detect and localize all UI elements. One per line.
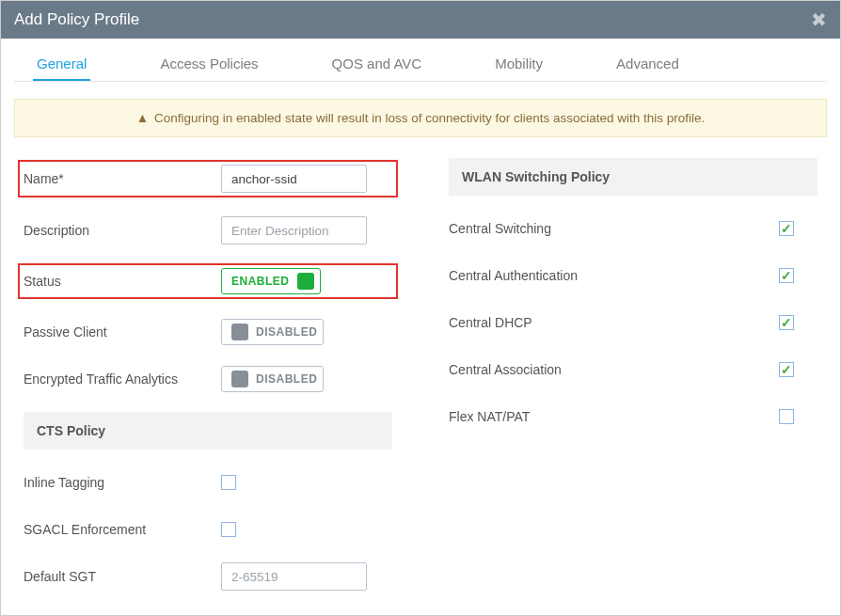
eta-toggle-text: DISABLED — [256, 372, 317, 386]
passive-client-toggle[interactable]: DISABLED — [221, 319, 324, 345]
central-auth-label: Central Authentication — [449, 268, 637, 283]
status-label: Status — [24, 274, 221, 289]
tab-general[interactable]: General — [33, 46, 90, 81]
eta-label: Encrypted Traffic Analytics — [24, 371, 221, 387]
toggle-knob-icon — [231, 371, 248, 387]
inline-tagging-row: Inline Tagging — [24, 468, 392, 497]
central-assoc-row: Central Association — [449, 355, 817, 384]
passive-client-toggle-text: DISABLED — [256, 325, 317, 339]
description-row: Description — [24, 216, 392, 245]
toggle-knob-icon — [297, 273, 314, 290]
close-icon[interactable]: ✖ — [811, 8, 827, 31]
tab-access-policies[interactable]: Access Policies — [156, 46, 262, 81]
modal-body: General Access Policies QOS and AVC Mobi… — [1, 39, 840, 616]
inline-tagging-label: Inline Tagging — [24, 475, 221, 490]
name-input[interactable] — [221, 165, 367, 193]
flex-nat-label: Flex NAT/PAT — [449, 409, 637, 424]
flex-nat-row: Flex NAT/PAT — [449, 403, 817, 431]
central-assoc-checkbox[interactable] — [779, 362, 794, 377]
name-label: Name* — [24, 171, 221, 186]
central-dhcp-checkbox[interactable] — [779, 315, 794, 330]
warning-icon: ▲ — [136, 111, 149, 125]
form-columns: Name* Description Status ENABLED Passive… — [14, 160, 827, 609]
status-row: Status ENABLED — [18, 263, 398, 299]
toggle-knob-icon — [231, 324, 248, 340]
central-auth-row: Central Authentication — [449, 261, 817, 290]
default-sgt-input[interactable] — [221, 562, 367, 591]
tab-advanced[interactable]: Advanced — [612, 46, 683, 81]
left-column: Name* Description Status ENABLED Passive… — [24, 160, 392, 609]
modal-footer: ⟲ Cancel Save & Apply to Device — [14, 609, 827, 616]
central-switching-row: Central Switching — [449, 214, 817, 243]
central-switching-label: Central Switching — [449, 221, 637, 236]
tab-qos-avc[interactable]: QOS and AVC — [328, 46, 426, 81]
central-dhcp-row: Central DHCP — [449, 308, 817, 337]
warning-alert: ▲Configuring in enabled state will resul… — [14, 99, 827, 137]
default-sgt-row: Default SGT — [24, 562, 392, 591]
eta-row: Encrypted Traffic Analytics DISABLED — [24, 365, 392, 393]
cts-policy-header: CTS Policy — [24, 412, 392, 450]
tab-bar: General Access Policies QOS and AVC Mobi… — [14, 46, 827, 82]
passive-client-row: Passive Client DISABLED — [24, 318, 392, 346]
eta-toggle[interactable]: DISABLED — [221, 366, 324, 392]
default-sgt-label: Default SGT — [24, 569, 221, 584]
tab-mobility[interactable]: Mobility — [491, 46, 547, 81]
central-switching-checkbox[interactable] — [779, 221, 794, 236]
central-dhcp-label: Central DHCP — [449, 315, 637, 330]
central-auth-checkbox[interactable] — [779, 268, 794, 283]
titlebar: Add Policy Profile ✖ — [1, 1, 840, 39]
passive-client-label: Passive Client — [24, 324, 221, 340]
sgacl-checkbox[interactable] — [221, 522, 236, 537]
right-column: WLAN Switching Policy Central Switching … — [449, 160, 817, 609]
status-toggle[interactable]: ENABLED — [221, 268, 321, 294]
modal-add-policy-profile: Add Policy Profile ✖ General Access Poli… — [0, 0, 841, 616]
warning-text: Configuring in enabled state will result… — [154, 111, 705, 125]
central-assoc-label: Central Association — [449, 362, 637, 377]
description-label: Description — [24, 223, 221, 238]
flex-nat-checkbox[interactable] — [779, 409, 794, 424]
sgacl-label: SGACL Enforcement — [24, 522, 221, 537]
description-input[interactable] — [221, 216, 367, 245]
name-row: Name* — [18, 160, 398, 197]
sgacl-row: SGACL Enforcement — [24, 515, 392, 544]
status-toggle-text: ENABLED — [231, 275, 290, 288]
modal-title: Add Policy Profile — [14, 10, 139, 29]
inline-tagging-checkbox[interactable] — [221, 475, 236, 490]
wlan-switching-header: WLAN Switching Policy — [449, 158, 817, 196]
